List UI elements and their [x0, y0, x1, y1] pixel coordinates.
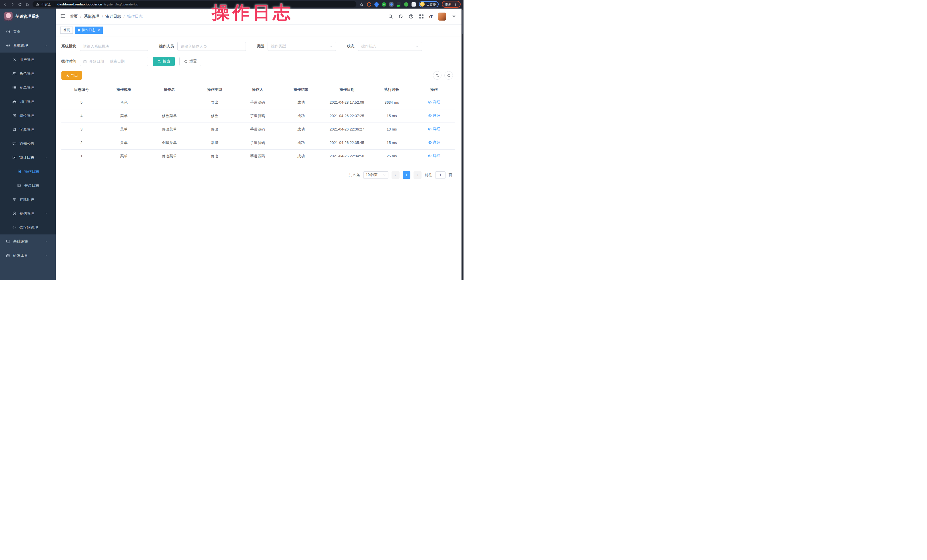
eye-icon	[428, 154, 432, 158]
extension-icon-on-badge[interactable]: on	[397, 2, 401, 6]
address-divider	[54, 3, 54, 6]
caret-down-icon[interactable]	[451, 14, 456, 19]
tag-close-icon[interactable]: ×	[98, 28, 100, 32]
sidebar-item-sms-management[interactable]: 短信管理	[0, 206, 56, 220]
extension-icon-blue-tool[interactable]	[389, 2, 394, 6]
table-row: 4 菜单 修改菜单 修改 芋道源码 成功 2021-04-26 22:37:25…	[61, 109, 454, 123]
detail-link[interactable]: 详细	[428, 100, 441, 105]
sidebar-item-login-log[interactable]: 登录日志	[0, 179, 56, 193]
gauge-icon	[6, 29, 10, 34]
current-page-button[interactable]: 1	[403, 171, 410, 179]
col-date: 操作日期	[324, 83, 371, 96]
breadcrumb-system[interactable]: 系统管理	[84, 14, 99, 19]
paused-label: 已暂停	[426, 2, 436, 6]
sidebar-logo[interactable]: 芋道管理系统	[0, 9, 56, 24]
extension-icon-green-sprout[interactable]	[404, 2, 408, 6]
browser-reload-button[interactable]	[18, 2, 22, 6]
extension-icon-green-v[interactable]: v	[382, 2, 386, 6]
sidebar-item-dict-management[interactable]: 字典管理	[0, 123, 56, 137]
detail-link[interactable]: 详细	[428, 153, 441, 158]
filter-status: 状态 操作状态	[347, 42, 422, 51]
detail-link[interactable]: 详细	[428, 113, 441, 118]
detail-link[interactable]: 详细	[428, 126, 441, 132]
prev-page-button[interactable]: ‹	[392, 171, 400, 179]
export-button[interactable]: 导出	[61, 71, 82, 80]
extensions-puzzle-icon[interactable]	[412, 2, 416, 6]
sidebar-item-home[interactable]: 首页	[0, 24, 56, 39]
operator-input[interactable]	[177, 42, 246, 51]
sidebar-item-user-management[interactable]: 用户管理	[0, 53, 56, 67]
browser-forward-button[interactable]	[10, 2, 15, 6]
sidebar-item-dept-management[interactable]: 部门管理	[0, 94, 56, 109]
tag-operate-log[interactable]: 操作日志 ×	[75, 27, 103, 34]
sidebar-item-post-management[interactable]: 岗位管理	[0, 109, 56, 123]
table-row: 1 菜单 修改菜单 修改 芋道源码 成功 2021-04-26 22:34:58…	[61, 149, 454, 163]
sidebar-item-dev-tools[interactable]: 研发工具	[0, 249, 56, 263]
goto-page-input[interactable]	[435, 171, 445, 179]
col-type: 操作类型	[193, 83, 237, 96]
date-range-picker[interactable]: 开始日期 - 结束日期	[80, 57, 148, 66]
sidebar-item-online-users[interactable]: 在线用户	[0, 193, 56, 206]
extension-icon-orange[interactable]	[367, 2, 371, 6]
chevron-down-icon	[45, 254, 48, 257]
table-tools	[433, 71, 454, 80]
browser-menu-icon[interactable]	[454, 3, 457, 6]
search-icon[interactable]	[388, 14, 393, 19]
toggle-search-button[interactable]	[433, 71, 442, 80]
profile-paused-pill[interactable]: 已暂停	[419, 1, 439, 8]
font-size-icon[interactable]: tT	[429, 14, 433, 19]
search-button[interactable]: 搜索	[153, 57, 175, 66]
module-input[interactable]	[80, 42, 148, 51]
sidebar-item-error-code[interactable]: 错误码管理	[0, 220, 56, 234]
page-scrollbar[interactable]	[462, 9, 464, 280]
github-icon[interactable]	[398, 14, 403, 19]
browser-home-button[interactable]	[25, 2, 29, 6]
sidebar-item-audit-log[interactable]: 审计日志	[0, 150, 56, 164]
tag-home[interactable]: 首页	[60, 27, 73, 34]
type-label: 类型	[257, 44, 264, 49]
col-module: 操作模块	[102, 83, 146, 96]
col-duration: 执行时长	[370, 83, 413, 96]
total-count: 共 5 条	[349, 173, 360, 178]
type-select[interactable]: 操作类型	[267, 42, 336, 51]
sidebar: 芋道管理系统 首页 系统管理 用户管理 角色管理 菜单管理	[0, 9, 56, 280]
system-management-submenu: 用户管理 角色管理 菜单管理 部门管理 岗位管理 字典管理	[0, 53, 56, 234]
sidebar-item-notice[interactable]: 通知公告	[0, 137, 56, 150]
chevron-down-icon	[383, 174, 386, 176]
next-page-button[interactable]: ›	[413, 171, 421, 179]
breadcrumb-audit[interactable]: 审计日志	[106, 14, 121, 19]
breadcrumb: 首页 / 系统管理 / 审计日志 / 操作日志	[70, 14, 143, 19]
page-size-select[interactable]: 10条/页	[363, 171, 388, 179]
scrollbar-thumb[interactable]	[462, 10, 463, 34]
download-icon	[65, 74, 69, 77]
table-row: 2 菜单 创建菜单 新增 芋道源码 成功 2021-04-26 22:35:45…	[61, 136, 454, 149]
col-name: 操作名	[146, 83, 193, 96]
sidebar-fold-button[interactable]	[60, 14, 65, 20]
breadcrumb-home[interactable]: 首页	[70, 14, 78, 19]
sidebar-item-infrastructure[interactable]: 基础设施	[0, 234, 56, 249]
sidebar-item-menu-management[interactable]: 菜单管理	[0, 80, 56, 94]
browser-back-button[interactable]	[3, 2, 7, 6]
fullscreen-icon[interactable]	[419, 14, 424, 19]
bookmark-star-icon[interactable]	[360, 2, 364, 6]
sidebar-item-role-management[interactable]: 角色管理	[0, 67, 56, 80]
sidebar-item-operate-log[interactable]: 操作日志	[0, 164, 56, 179]
active-tag-dot	[78, 29, 80, 32]
chevron-down-icon	[45, 212, 48, 215]
col-action: 操作	[413, 83, 454, 96]
address-bar[interactable]: 不安全 dashboard.yudao.iocoder.cn /system/l…	[33, 1, 356, 8]
shield-icon	[12, 211, 17, 216]
operator-label: 操作人员	[159, 44, 174, 49]
user-avatar[interactable]	[438, 12, 446, 21]
refresh-table-button[interactable]	[444, 71, 453, 80]
extension-icon-pin[interactable]	[374, 1, 380, 7]
reset-button[interactable]: 重置	[179, 57, 201, 66]
monitor-icon	[6, 239, 10, 244]
not-secure-warning-icon	[36, 3, 40, 6]
search-icon	[157, 60, 161, 64]
browser-update-button[interactable]: 更新	[442, 1, 460, 8]
sidebar-item-system-management[interactable]: 系统管理	[0, 39, 56, 53]
help-icon[interactable]	[409, 14, 413, 19]
status-select[interactable]: 操作状态	[358, 42, 422, 51]
detail-link[interactable]: 详细	[428, 140, 441, 145]
